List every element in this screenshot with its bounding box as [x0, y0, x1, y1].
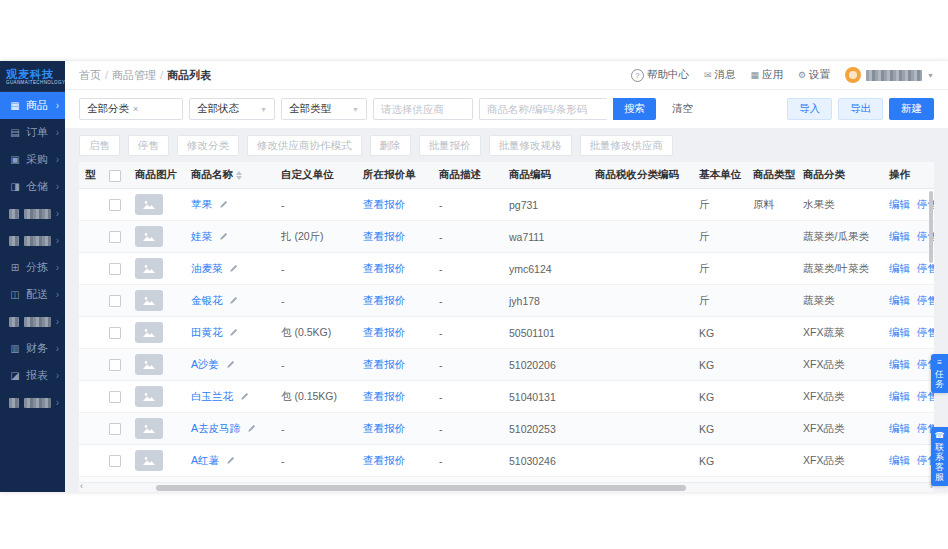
- bulk-action-button[interactable]: 批量报价: [419, 135, 481, 156]
- row-checkbox[interactable]: [109, 231, 121, 243]
- sidebar-item-财务[interactable]: ▥ 财务 ›: [0, 335, 65, 362]
- product-name-link[interactable]: A去皮马蹄: [191, 422, 240, 434]
- bulk-action-button[interactable]: 批量修改供应商: [580, 135, 674, 156]
- custom-unit-cell: -: [275, 349, 357, 381]
- row-checkbox[interactable]: [109, 263, 121, 275]
- sidebar-item-blurred[interactable]: ›: [0, 227, 65, 254]
- sidebar-item-订单[interactable]: ▤ 订单 ›: [0, 119, 65, 146]
- user-menu[interactable]: ▼: [845, 67, 934, 83]
- edit-link[interactable]: 编辑: [889, 358, 910, 370]
- filter-bar: 全部分类 × 全部状态 ▼ 全部类型 ▼ 搜索 清空 导入 导出 新建: [65, 90, 948, 128]
- view-quote-link[interactable]: 查看报价: [363, 358, 405, 370]
- edit-link[interactable]: 编辑: [889, 262, 910, 274]
- sidebar-item-配送[interactable]: ◫ 配送 ›: [0, 281, 65, 308]
- view-quote-link[interactable]: 查看报价: [363, 198, 405, 210]
- edit-link[interactable]: 编辑: [889, 198, 910, 210]
- type-filter-select[interactable]: 全部类型 ▼: [281, 98, 367, 120]
- bulk-action-button[interactable]: 停售: [128, 135, 169, 156]
- edit-link[interactable]: 编辑: [889, 326, 910, 338]
- bulk-action-button[interactable]: 删除: [370, 135, 411, 156]
- export-button[interactable]: 导出: [838, 98, 883, 120]
- view-quote-link[interactable]: 查看报价: [363, 422, 405, 434]
- search-input[interactable]: [479, 98, 607, 120]
- vertical-scrollbar-thumb[interactable]: [929, 191, 933, 263]
- help-icon: ?: [631, 69, 644, 82]
- edit-name-icon[interactable]: [226, 359, 235, 371]
- row-checkbox[interactable]: [109, 327, 121, 339]
- bulk-action-button[interactable]: 启售: [79, 135, 120, 156]
- edit-name-icon[interactable]: [229, 263, 238, 275]
- bulk-action-button[interactable]: 批量修改规格: [489, 135, 572, 156]
- row-checkbox[interactable]: [109, 295, 121, 307]
- sidebar-item-仓储[interactable]: ◨ 仓储 ›: [0, 173, 65, 200]
- product-name-link[interactable]: 娃菜: [191, 230, 212, 242]
- row-checkbox[interactable]: [109, 391, 121, 403]
- edit-name-icon[interactable]: [240, 391, 249, 403]
- topbar-action-设置[interactable]: ⚙ 设置: [798, 68, 830, 82]
- view-quote-link[interactable]: 查看报价: [363, 294, 405, 306]
- breadcrumb-item[interactable]: 首页: [79, 68, 101, 83]
- clear-button[interactable]: 清空: [666, 101, 699, 117]
- category-cell: 水果类: [797, 189, 883, 221]
- topbar-action-帮助中心[interactable]: ? 帮助中心: [631, 68, 689, 82]
- sidebar-item-blurred[interactable]: ›: [0, 389, 65, 416]
- edit-name-icon[interactable]: [219, 199, 228, 211]
- view-quote-link[interactable]: 查看报价: [363, 390, 405, 402]
- sidebar-item-商品[interactable]: ▦ 商品 ›: [0, 92, 65, 119]
- row-checkbox[interactable]: [109, 423, 121, 435]
- product-name-link[interactable]: 白玉兰花: [191, 390, 233, 402]
- delivery-icon: ◫: [9, 289, 21, 300]
- topbar-action-应用[interactable]: ▦ 应用: [750, 68, 783, 82]
- row-drag-cell: [79, 413, 103, 445]
- product-name-link[interactable]: A沙姜: [191, 358, 219, 370]
- edit-name-icon[interactable]: [229, 295, 238, 307]
- view-quote-link[interactable]: 查看报价: [363, 230, 405, 242]
- product-name-link[interactable]: 油麦菜: [191, 262, 223, 274]
- breadcrumb-item[interactable]: 商品管理: [112, 68, 156, 83]
- avatar: [845, 67, 861, 83]
- horizontal-scrollbar-thumb[interactable]: [156, 485, 686, 491]
- product-name-link[interactable]: 金银花: [191, 294, 223, 306]
- brand-subtitle: GUANMAITECHNOLOGY: [6, 80, 65, 85]
- sidebar-item-报表[interactable]: ◪ 报表 ›: [0, 362, 65, 389]
- row-checkbox[interactable]: [109, 455, 121, 467]
- edit-name-icon[interactable]: [219, 231, 228, 243]
- category-filter-select[interactable]: 全部分类 ×: [79, 98, 183, 120]
- view-quote-link[interactable]: 查看报价: [363, 262, 405, 274]
- edit-name-icon[interactable]: [226, 455, 235, 467]
- sidebar-item-blurred[interactable]: ›: [0, 308, 65, 335]
- sort-icon[interactable]: [236, 171, 242, 180]
- create-button[interactable]: 新建: [889, 98, 934, 120]
- edit-link[interactable]: 编辑: [889, 390, 910, 402]
- contact-service-tab[interactable]: ☎ 联系客服: [931, 427, 948, 486]
- select-all-checkbox[interactable]: [109, 170, 121, 182]
- topbar-action-消息[interactable]: ✉ 消息: [704, 68, 736, 82]
- edit-link[interactable]: 编辑: [889, 422, 910, 434]
- bulk-action-button[interactable]: 修改分类: [177, 135, 239, 156]
- remove-tag-icon[interactable]: ×: [133, 104, 138, 114]
- sidebar-item-采购[interactable]: ▣ 采购 ›: [0, 146, 65, 173]
- view-quote-link[interactable]: 查看报价: [363, 454, 405, 466]
- edit-name-icon[interactable]: [247, 423, 256, 435]
- view-quote-link[interactable]: 查看报价: [363, 326, 405, 338]
- horizontal-scrollbar[interactable]: ‹ ›: [79, 482, 934, 492]
- supplier-input[interactable]: [373, 98, 473, 120]
- edit-link[interactable]: 编辑: [889, 454, 910, 466]
- row-checkbox[interactable]: [109, 199, 121, 211]
- product-name-link[interactable]: 苹果: [191, 198, 212, 210]
- bulk-action-button[interactable]: 修改供应商协作模式: [247, 135, 362, 156]
- product-name-link[interactable]: 田黄花: [191, 326, 223, 338]
- row-checkbox[interactable]: [109, 359, 121, 371]
- edit-name-icon[interactable]: [229, 327, 238, 339]
- row-actions-cell: 编辑停售删除: [883, 349, 934, 381]
- edit-link[interactable]: 编辑: [889, 230, 910, 242]
- import-button[interactable]: 导入: [787, 98, 832, 120]
- search-button[interactable]: 搜索: [613, 98, 656, 120]
- sidebar-item-blurred[interactable]: ›: [0, 200, 65, 227]
- sidebar-item-分拣[interactable]: ⊞ 分拣 ›: [0, 254, 65, 281]
- status-filter-select[interactable]: 全部状态 ▼: [189, 98, 275, 120]
- edit-link[interactable]: 编辑: [889, 294, 910, 306]
- scroll-left-arrow[interactable]: ‹: [80, 480, 83, 492]
- task-panel-tab[interactable]: ≡ 任务: [931, 354, 948, 393]
- product-name-link[interactable]: A红薯: [191, 454, 219, 466]
